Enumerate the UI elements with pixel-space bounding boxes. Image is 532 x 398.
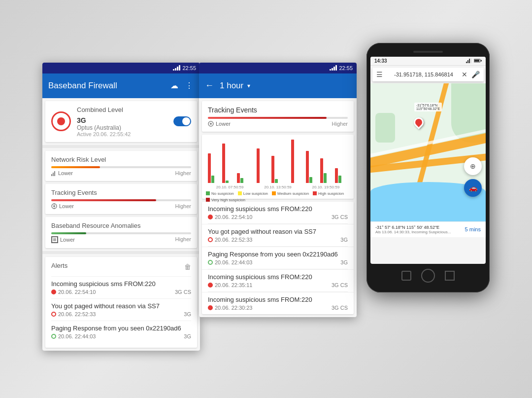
- cloud-icon[interactable]: ☁: [170, 81, 178, 90]
- combined-level-info: Combined Level 3G Optus (Australia) Acti…: [51, 106, 131, 137]
- map-status-time: 14:33: [374, 58, 387, 64]
- network-risk-labels: Lower Higher: [51, 170, 191, 176]
- map-fab-container: ⊕ 🚗: [464, 157, 482, 197]
- alerts-section: Alerts 🗑 Incoming suspicious sms FROM:22…: [45, 257, 197, 348]
- chart-label-3: 20.10. 19:50:59: [312, 185, 340, 189]
- alert-timestamp-1: 20.06. 22:54:10: [58, 289, 96, 295]
- map-search-actions: ✕ 🎤: [462, 71, 480, 78]
- s2-dot-4: [208, 283, 213, 288]
- back-button[interactable]: ←: [205, 80, 214, 91]
- combined-level-label: Combined Level: [77, 106, 131, 113]
- anomalies-left: ▦ Lower: [51, 236, 75, 243]
- carrier-info: Combined Level 3G Optus (Australia) Acti…: [77, 106, 131, 137]
- map-location-button[interactable]: ⊕: [464, 157, 482, 175]
- phone-home-button[interactable]: [421, 269, 435, 283]
- tracking-events-labels: Lower Higher: [51, 203, 191, 209]
- legend-high-suspicion: High suspicion: [313, 191, 344, 196]
- legend-dot-red: [313, 191, 317, 195]
- alert-timestamp-3: 20.06. 22:44:03: [58, 333, 96, 339]
- dropdown-icon: ▾: [247, 82, 250, 89]
- alert-type-2: 3G: [184, 311, 191, 317]
- divider-1: [42, 145, 200, 148]
- legend-no-suspicion: No suspicion: [206, 191, 234, 196]
- map-bottom-info: -31° 57' 6.18"N 115° 50' 48.52"E Als 13.…: [370, 221, 486, 237]
- s2-alert-2[interactable]: You got paged without reason via SS7 20.…: [202, 224, 354, 246]
- anomaly-icon: ▦: [51, 236, 58, 243]
- map-pin-label: -31°57'6.18"N115°50'48.32"E: [414, 103, 442, 111]
- alert-title-1: Incoming suspicious sms FROM:220: [51, 280, 191, 288]
- map-pin-marker: [412, 115, 426, 129]
- status-time-2: 22:55: [339, 65, 353, 71]
- s2-alert-title-4: Incoming suspicious sms FROM:220: [208, 273, 348, 281]
- map-status-bar: 14:33: [370, 57, 486, 66]
- tracking-labels-2: Lower Higher: [208, 121, 348, 127]
- map-mic-icon[interactable]: 🎤: [471, 71, 480, 78]
- tracking-events-fill: [51, 199, 156, 201]
- map-car-button[interactable]: 🚗: [464, 179, 482, 197]
- s2-dot-3: [208, 260, 213, 265]
- alert-date-3: 20.06. 22:44:03: [51, 333, 96, 339]
- chart-legend: No suspicion Low suspicion Medium suspic…: [206, 191, 350, 202]
- alert-type-3: 3G: [184, 333, 191, 339]
- tracking-bar-2: Lower Higher: [208, 117, 348, 127]
- svg-rect-12: [470, 58, 471, 63]
- alert-item-3[interactable]: Paging Response from you seen 0x22190ad6…: [51, 321, 191, 343]
- phone-recent-button[interactable]: [445, 271, 455, 281]
- svg-rect-14: [474, 60, 479, 62]
- s2-alert-date-4: 20.06. 22:35:11: [208, 282, 252, 288]
- carrier-type: 3G: [77, 116, 131, 124]
- alert-meta-3: 20.06. 22:44:03 3G: [51, 333, 191, 339]
- s2-alert-title-5: Incoming suspicious sms FROM:220: [208, 296, 348, 303]
- s2-alert-title-3: Paging Response from you seen 0x22190ad6: [208, 251, 348, 258]
- divider-2: [42, 251, 200, 254]
- svg-rect-10: [467, 60, 468, 63]
- map-bottom-mins: 5 mins: [465, 226, 481, 232]
- alert-item-1[interactable]: Incoming suspicious sms FROM:220 20.06. …: [51, 276, 191, 298]
- legend-dot-darkred: [206, 198, 210, 202]
- network-risk-fill: [51, 166, 100, 168]
- hour-text: 1 hour: [220, 81, 243, 91]
- network-risk-left: Lower: [51, 170, 73, 176]
- s2-alert-date-5: 20.06. 22:30:23: [208, 305, 252, 311]
- status-time-1: 22:55: [182, 65, 196, 71]
- hour-selector[interactable]: 1 hour ▾: [220, 81, 250, 91]
- s2-alert-1[interactable]: Incoming suspicious sms FROM:220 20.06. …: [202, 202, 354, 223]
- target-icon-2: [208, 121, 214, 127]
- legend-label-darkred: Very high suspicion: [211, 198, 245, 202]
- alert-type-1: 3G CS: [175, 289, 191, 295]
- chart-labels: 20.10. 07:50:59 20.10. 13:50:59 20.10. 1…: [206, 185, 350, 189]
- s2-alert-5[interactable]: Incoming suspicious sms FROM:220 20.06. …: [202, 292, 354, 314]
- alert-title-3: Paging Response from you seen 0x22190ad6: [51, 325, 191, 332]
- svg-rect-9: [466, 62, 467, 63]
- carrier-active-text: Active 20.06. 22:55:42: [77, 131, 131, 137]
- screen2-tracking-events: 22:55 ← 1 hour ▾ Tracking Events: [199, 63, 357, 317]
- alert-item-2[interactable]: You got paged without reason via SS7 20.…: [51, 298, 191, 321]
- map-signal-icon: [466, 58, 472, 63]
- app-bar-1: Baseband Firewall ☁ ⋮: [42, 73, 200, 98]
- svg-point-8: [210, 123, 212, 125]
- phone-back-button[interactable]: [401, 271, 411, 281]
- menu-hamburger-icon[interactable]: ☰: [376, 71, 383, 78]
- carrier-toggle[interactable]: [173, 116, 191, 126]
- map-search-bar[interactable]: ☰ -31.951718, 115.846814 ✕ 🎤: [372, 68, 484, 81]
- map-area: -31°57'6.18"N115°50'48.32"E ⊕ 🚗: [370, 83, 486, 221]
- tracking-events-section: Tracking Events Lower Hig: [45, 184, 197, 214]
- menu-icon-1[interactable]: ⋮: [185, 81, 194, 90]
- chart-container: 20.10. 07:50:59 20.10. 13:50:59 20.10. 1…: [202, 135, 354, 199]
- s2-alert-3[interactable]: Paging Response from you seen 0x22190ad6…: [202, 247, 354, 269]
- signal-icon-1: [173, 65, 180, 71]
- alert-title-2: You got paged without reason via SS7: [51, 302, 191, 310]
- phone-screen: 14:33 ☰ -: [370, 57, 486, 264]
- bar-group-7: [306, 151, 319, 183]
- phone-device: 14:33 ☰ -: [366, 43, 490, 292]
- anomalies-track: [51, 232, 191, 234]
- s2-alert-4[interactable]: Incoming suspicious sms FROM:220 20.06. …: [202, 269, 354, 291]
- delete-icon[interactable]: 🗑: [184, 263, 191, 271]
- phone-speaker: [413, 51, 443, 53]
- alert-dot-red-1: [51, 289, 56, 294]
- location-icon: ⊕: [470, 162, 476, 170]
- legend-medium-suspicion: Medium suspicion: [272, 191, 309, 196]
- signal-strength-icon: [51, 111, 71, 131]
- map-close-icon[interactable]: ✕: [462, 71, 467, 78]
- alerts-label: Alerts: [51, 262, 67, 269]
